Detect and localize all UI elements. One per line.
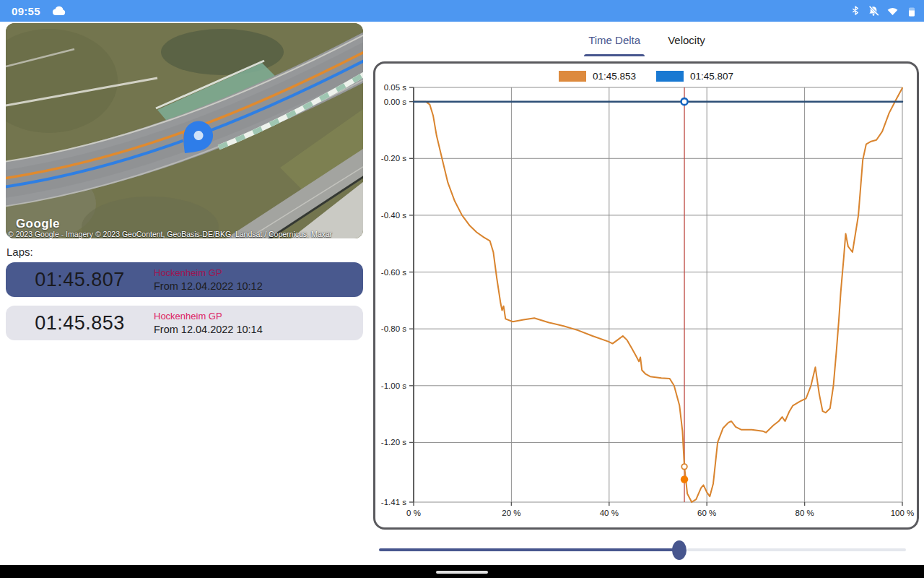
svg-text:0 %: 0 %: [406, 509, 421, 517]
svg-text:-1.00 s: -1.00 s: [381, 381, 406, 390]
svg-text:60 %: 60 %: [697, 509, 716, 517]
lap-start-datetime: From 12.04.2022 10:14: [154, 324, 263, 335]
svg-text:80 %: 80 %: [795, 509, 814, 517]
tab-time-delta[interactable]: Time Delta: [575, 23, 654, 56]
svg-text:-1.20 s: -1.20 s: [381, 438, 406, 447]
status-icons: [850, 5, 917, 17]
lap-time: 01:45.853: [6, 312, 154, 335]
chart-tab-bar: Time Delta Velocity: [370, 23, 924, 56]
track-position-slider[interactable]: [379, 539, 906, 561]
lap-item[interactable]: 01:45.853 Hockenheim GP From 12.04.2022 …: [6, 306, 363, 340]
map-attribution: © 2023 Google - Imagery © 2023 GeoConten…: [8, 230, 332, 238]
google-logo: Google: [16, 217, 60, 231]
satellite-imagery: [6, 23, 363, 238]
lap-item-selected[interactable]: 01:45.807 Hockenheim GP From 12.04.2022 …: [6, 262, 363, 297]
svg-text:-0.40 s: -0.40 s: [381, 211, 406, 220]
time-delta-chart-card: 01:45.853 01:45.807 0.05 s0.00 s-0.20 s-…: [373, 61, 919, 530]
svg-text:0.05 s: 0.05 s: [384, 83, 407, 92]
time-delta-plot[interactable]: 0.05 s0.00 s-0.20 s-0.40 s-0.60 s-0.80 s…: [375, 64, 917, 527]
svg-text:40 %: 40 %: [600, 509, 619, 517]
slider-track-empty[interactable]: [687, 548, 906, 551]
tab-velocity[interactable]: Velocity: [654, 23, 719, 56]
notifications-off-icon: [868, 5, 879, 17]
wifi-icon: [886, 6, 899, 17]
home-indicator[interactable]: [436, 571, 488, 574]
weather-cloud-icon: [51, 5, 67, 17]
svg-text:-0.60 s: -0.60 s: [381, 268, 406, 277]
lap-start-datetime: From 12.04.2022 10:12: [154, 280, 263, 292]
bluetooth-icon: [850, 5, 860, 17]
lap-track-name: Hockenheim GP: [154, 267, 263, 278]
svg-text:-0.20 s: -0.20 s: [381, 154, 406, 163]
svg-text:-1.41 s: -1.41 s: [381, 498, 406, 506]
slider-track-filled[interactable]: [379, 548, 679, 551]
system-nav-bar: [0, 565, 924, 578]
slider-thumb[interactable]: [672, 540, 687, 560]
svg-text:0.00 s: 0.00 s: [384, 98, 407, 106]
lap-time: 01:45.807: [6, 269, 154, 291]
track-map[interactable]: Google © 2023 Google - Imagery © 2023 Ge…: [6, 23, 363, 238]
battery-icon: [906, 5, 917, 17]
laps-label: Laps:: [6, 246, 33, 258]
status-bar: 09:55: [0, 0, 924, 22]
status-time: 09:55: [12, 5, 40, 17]
svg-text:100 %: 100 %: [891, 509, 915, 517]
svg-text:-0.80 s: -0.80 s: [381, 324, 406, 333]
svg-text:20 %: 20 %: [502, 509, 520, 517]
lap-track-name: Hockenheim GP: [154, 311, 263, 322]
